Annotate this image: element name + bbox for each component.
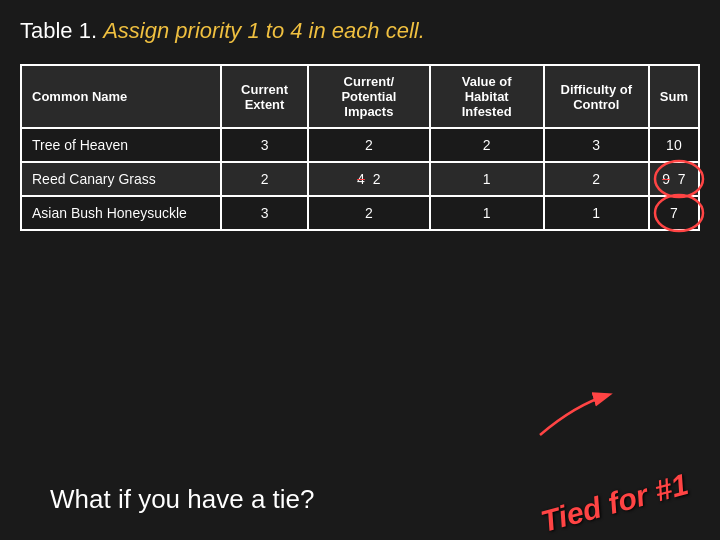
row3-value-habitat: 1 — [430, 196, 544, 230]
row1-current-extent: 3 — [221, 128, 308, 162]
col-header-current-potential: Current/ Potential Impacts — [308, 65, 430, 128]
circle-row3-icon — [652, 191, 706, 235]
page-title: Table 1. Assign priority 1 to 4 in each … — [0, 0, 720, 54]
col-header-sum: Sum — [649, 65, 699, 128]
row3-difficulty-control: 1 — [544, 196, 649, 230]
priority-table: Common Name Current Extent Current/ Pote… — [20, 64, 700, 231]
what-if-text: What if you have a tie? — [50, 484, 314, 514]
tie-arrow-icon — [530, 385, 620, 445]
row1-current-potential: 2 — [308, 128, 430, 162]
tied-annotation: Tied for #1 — [537, 467, 692, 539]
row2-common-name: Reed Canary Grass — [21, 162, 221, 196]
row3-common-name: Asian Bush Honeysuckle — [21, 196, 221, 230]
tied-annotation-text: Tied for #1 — [537, 467, 692, 538]
row3-current-extent: 3 — [221, 196, 308, 230]
row1-value-habitat: 2 — [430, 128, 544, 162]
what-if-question: What if you have a tie? — [20, 484, 314, 515]
table-header-row: Common Name Current Extent Current/ Pote… — [21, 65, 699, 128]
row2-current-potential: 4 2 — [308, 162, 430, 196]
svg-point-1 — [655, 195, 703, 231]
strikethrough-value: 4 — [357, 171, 365, 187]
col-header-difficulty-control: Difficulty of Control — [544, 65, 649, 128]
row2-difficulty-control: 2 — [544, 162, 649, 196]
col-header-common-name: Common Name — [21, 65, 221, 128]
col-header-current-extent: Current Extent — [221, 65, 308, 128]
col-header-value-habitat: Value of Habitat Infested — [430, 65, 544, 128]
table-row: Reed Canary Grass 2 4 2 1 2 9 7 — [21, 162, 699, 196]
table-row: Asian Bush Honeysuckle 3 2 1 1 7 — [21, 196, 699, 230]
row1-common-name: Tree of Heaven — [21, 128, 221, 162]
row3-current-potential: 2 — [308, 196, 430, 230]
row2-current-extent: 2 — [221, 162, 308, 196]
table-row: Tree of Heaven 3 2 2 3 10 — [21, 128, 699, 162]
row1-difficulty-control: 3 — [544, 128, 649, 162]
row2-value-habitat: 1 — [430, 162, 544, 196]
title-italic: Assign priority 1 to 4 in each cell. — [103, 18, 425, 43]
corrected-value: 2 — [373, 171, 381, 187]
table-container: Common Name Current Extent Current/ Pote… — [20, 64, 700, 231]
row3-sum: 7 — [649, 196, 699, 230]
